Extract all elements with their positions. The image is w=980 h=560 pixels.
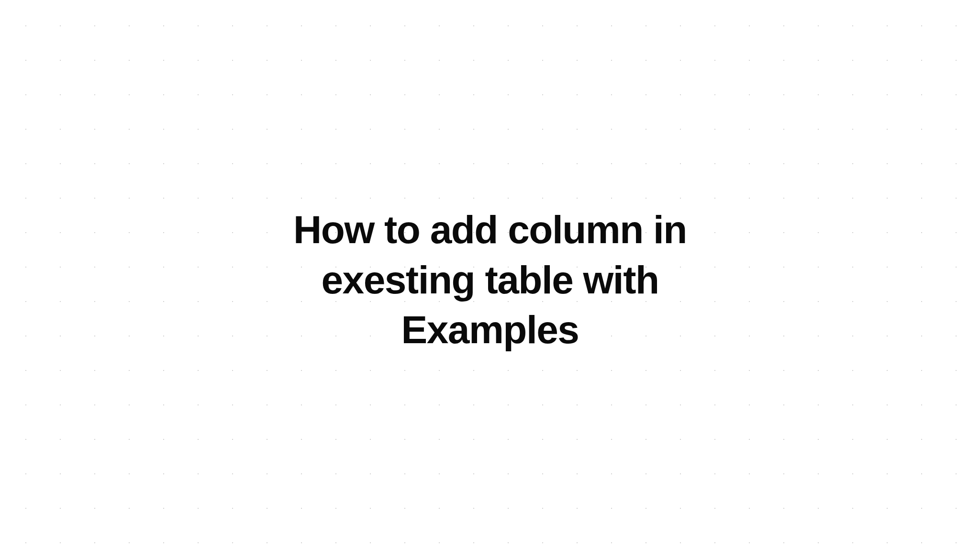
page-title: How to add column in exesting table with… [246, 205, 734, 356]
title-card: How to add column in exesting table with… [227, 205, 753, 356]
